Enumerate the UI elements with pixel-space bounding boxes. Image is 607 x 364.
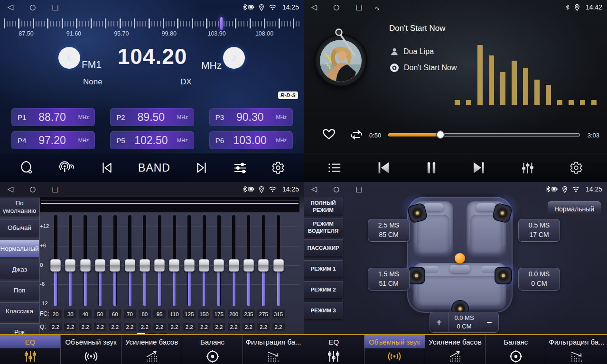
tab-filter[interactable]: Фильтрация ба... <box>546 335 607 364</box>
q-value[interactable]: 2.2 <box>227 322 241 331</box>
favorite-button[interactable] <box>321 127 337 141</box>
eq-preset-3[interactable]: Нормальный <box>0 240 39 257</box>
next-track-button[interactable] <box>193 160 211 176</box>
nav-home-button[interactable]: ○ <box>29 185 36 193</box>
q-value[interactable]: 2.2 <box>79 322 92 331</box>
tune-up-button[interactable] <box>223 47 245 69</box>
radio-preset-p5[interactable]: P5102.50MHz <box>110 131 194 149</box>
nav-recents-button[interactable]: □ <box>52 185 58 193</box>
gear-button[interactable] <box>270 159 287 176</box>
eq-preset-5[interactable]: Поп <box>0 282 39 299</box>
fc-value[interactable]: 200 <box>227 309 241 319</box>
rear-left-delay[interactable]: 1.5 MS 51 CM <box>368 268 410 291</box>
q-value[interactable]: 2.2 <box>153 322 166 331</box>
fc-value[interactable]: 30 <box>64 309 77 319</box>
fc-value[interactable]: 175 <box>212 309 225 319</box>
fc-value[interactable]: 150 <box>197 309 211 319</box>
front-left-delay[interactable]: 2.5 MS 85 CM <box>368 219 410 242</box>
prev-filled-button[interactable] <box>374 159 392 176</box>
eq-slider-thumb[interactable] <box>273 259 284 272</box>
tab-eq[interactable]: EQ <box>304 335 364 364</box>
q-value[interactable]: 2.2 <box>272 322 285 331</box>
prev-track-button[interactable] <box>98 160 116 176</box>
nav-back-button[interactable]: ◁ <box>311 3 317 11</box>
q-value[interactable]: 2.2 <box>183 322 196 331</box>
eq-slider-thumb[interactable] <box>65 259 75 272</box>
eq-slider-thumb[interactable] <box>95 259 105 272</box>
broadcast-button[interactable] <box>56 159 77 177</box>
radio-preset-p3[interactable]: P390.30MHz <box>209 108 293 126</box>
frequency-scale[interactable] <box>4 17 300 31</box>
q-value[interactable]: 2.2 <box>168 322 181 331</box>
eq-slider-thumb[interactable] <box>184 259 195 272</box>
q-value[interactable]: 2.2 <box>197 322 211 331</box>
fc-value[interactable]: 95 <box>153 309 166 319</box>
nav-recents-button[interactable]: □ <box>52 3 58 11</box>
surround-mode-3[interactable]: ПАССАЖИР <box>304 239 343 256</box>
tune-down-button[interactable] <box>58 47 80 69</box>
surround-mode-1[interactable]: ПОЛНЫЙ РЕЖИМ <box>304 198 343 215</box>
fc-value[interactable]: 315 <box>272 309 285 319</box>
tab-bass-boost[interactable]: Усиление басов <box>121 335 182 364</box>
nav-back-button[interactable]: ◁ <box>8 3 13 11</box>
fc-value[interactable]: 125 <box>183 309 196 319</box>
rear-right-delay[interactable]: 0.0 MS 0 CM <box>518 268 560 291</box>
radio-preset-p4[interactable]: P497.20MHz <box>11 131 95 149</box>
eq-preset-6[interactable]: Классика <box>0 302 39 320</box>
nav-home-button[interactable]: ○ <box>29 3 36 11</box>
nav-home-button[interactable]: ○ <box>333 185 339 193</box>
q-value[interactable]: 2.2 <box>123 322 137 331</box>
next-filled-button[interactable] <box>470 159 488 176</box>
eq-slider-thumb[interactable] <box>229 259 239 272</box>
q-value[interactable]: 2.2 <box>212 322 225 331</box>
seek-bar[interactable] <box>388 133 580 136</box>
repeat-button[interactable] <box>348 128 364 142</box>
tab-balance[interactable]: Баланс <box>182 335 243 364</box>
tab-bass-boost[interactable]: Усиление басов <box>425 335 486 364</box>
eq-slider-thumb[interactable] <box>140 259 150 272</box>
gear-silver-button[interactable] <box>568 159 585 176</box>
eq-slider-thumb[interactable] <box>243 259 254 272</box>
eq-slider-thumb[interactable] <box>154 259 165 272</box>
q-value[interactable]: 2.2 <box>64 322 77 331</box>
tab-filter[interactable]: Фильтрация ба... <box>243 335 304 364</box>
nav-back-button[interactable]: ◁ <box>8 185 13 193</box>
fc-value[interactable]: 60 <box>108 309 121 319</box>
radio-preset-p6[interactable]: P6103.00MHz <box>209 131 293 149</box>
surround-mode-5[interactable]: РЕЖИМ 2 <box>304 281 343 298</box>
radio-preset-p1[interactable]: P188.70MHz <box>11 108 95 126</box>
playlist-button[interactable] <box>326 160 343 175</box>
eq-slider-thumb[interactable] <box>169 259 179 272</box>
nav-back-button[interactable]: ◁ <box>311 185 317 193</box>
scan-button[interactable] <box>17 158 36 177</box>
q-value[interactable]: 2.2 <box>49 322 62 331</box>
eq-slider-thumb[interactable] <box>110 259 120 272</box>
surround-mode-4[interactable]: РЕЖИМ 1 <box>304 260 343 277</box>
fc-value[interactable]: 40 <box>79 309 92 319</box>
q-value[interactable]: 2.2 <box>93 322 107 331</box>
fc-value[interactable]: 110 <box>168 309 181 319</box>
eq-preset-1[interactable]: По умолчанию <box>0 198 39 216</box>
mixer-button[interactable] <box>519 160 536 176</box>
eq-slider-thumb[interactable] <box>199 259 209 272</box>
listening-position-marker[interactable] <box>455 253 465 264</box>
radio-preset-p2[interactable]: P289.50MHz <box>110 108 194 126</box>
q-value[interactable]: 2.2 <box>257 322 270 331</box>
tab-surround[interactable]: Объёмный звук <box>61 335 121 364</box>
fc-value[interactable]: 235 <box>242 309 255 319</box>
seek-bar-thumb[interactable] <box>437 131 444 138</box>
eq-slider-thumb[interactable] <box>80 259 91 272</box>
tune-sliders-button[interactable] <box>231 160 249 176</box>
increase-delay-button[interactable]: + <box>430 312 448 332</box>
sound-profile-button[interactable]: Нормальный <box>548 201 601 216</box>
eq-slider-thumb[interactable] <box>214 259 224 272</box>
tab-surround[interactable]: Объёмный звук <box>364 335 425 364</box>
q-value[interactable]: 2.2 <box>108 322 121 331</box>
eq-slider-thumb[interactable] <box>50 259 61 272</box>
eq-preset-4[interactable]: Джаз <box>0 261 39 278</box>
pause-button[interactable] <box>424 159 439 176</box>
nav-recents-button[interactable]: □ <box>355 185 362 193</box>
fc-value[interactable]: 80 <box>138 309 151 319</box>
eq-slider-thumb[interactable] <box>258 259 269 272</box>
q-value[interactable]: 2.2 <box>138 322 151 331</box>
